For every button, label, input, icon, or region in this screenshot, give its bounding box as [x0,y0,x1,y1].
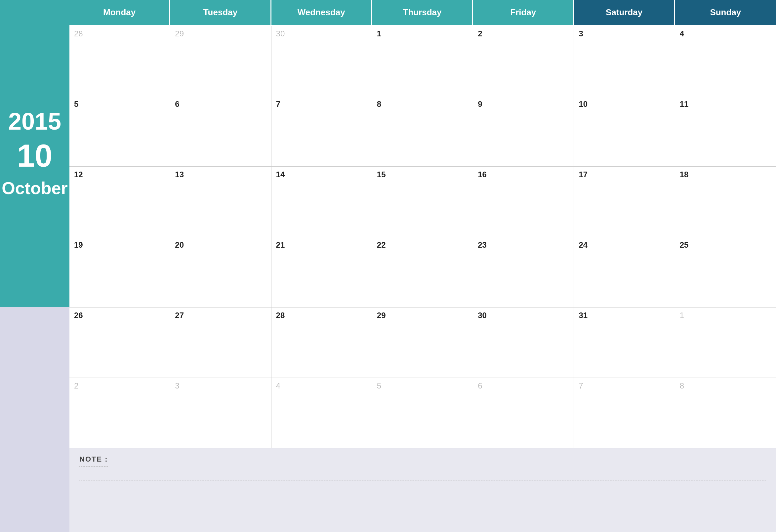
day-cell-w3-d6[interactable]: 25 [675,237,776,308]
day-number: 12 [74,170,165,179]
day-cell-w5-d5[interactable]: 7 [574,378,675,449]
day-number: 31 [579,311,670,320]
day-cell-w3-d3[interactable]: 22 [372,237,473,308]
day-number: 3 [579,29,670,38]
day-number: 28 [276,311,367,320]
day-cell-w5-d2[interactable]: 4 [271,378,372,449]
day-cell-w0-d3[interactable]: 1 [372,26,473,96]
day-number: 29 [175,29,266,38]
day-number: 22 [377,240,468,249]
day-cell-w0-d2[interactable]: 30 [271,26,372,96]
day-header-monday: Monday [69,0,170,26]
sidebar: 2015 10 October [0,0,69,532]
day-number: 9 [478,100,569,109]
day-cell-w0-d0[interactable]: 28 [69,26,170,96]
note-label: NOTE : [79,455,108,467]
day-cell-w3-d2[interactable]: 21 [271,237,372,308]
day-number: 13 [175,170,266,179]
sidebar-month-name: October [2,178,67,198]
day-header-friday: Friday [473,0,574,26]
sidebar-bottom [0,307,69,532]
note-line-3 [79,494,766,508]
day-number: 24 [579,240,670,249]
day-cell-w3-d0[interactable]: 19 [69,237,170,308]
day-cell-w1-d1[interactable]: 6 [170,96,271,167]
sidebar-year: 2015 [8,110,61,133]
day-cell-w2-d6[interactable]: 18 [675,167,776,237]
day-number: 16 [478,170,569,179]
day-number: 1 [377,29,468,38]
day-cell-w5-d1[interactable]: 3 [170,378,271,449]
day-cell-w5-d3[interactable]: 5 [372,378,473,449]
day-cell-w1-d3[interactable]: 8 [372,96,473,167]
day-cell-w1-d5[interactable]: 10 [574,96,675,167]
day-number: 10 [579,100,670,109]
calendar-main: MondayTuesdayWednesdayThursdayFridaySatu… [69,0,776,532]
day-number: 30 [478,311,569,320]
day-cell-w4-d3[interactable]: 29 [372,308,473,378]
day-number: 28 [74,29,165,38]
day-number: 20 [175,240,266,249]
note-line-1 [79,467,766,481]
day-number: 8 [377,100,468,109]
day-cell-w4-d1[interactable]: 27 [170,308,271,378]
day-number: 1 [680,311,771,320]
day-number: 23 [478,240,569,249]
day-number: 5 [74,100,165,109]
day-number: 11 [680,100,771,109]
day-number: 2 [478,29,569,38]
day-cell-w0-d5[interactable]: 3 [574,26,675,96]
day-cell-w2-d0[interactable]: 12 [69,167,170,237]
day-cell-w4-d6[interactable]: 1 [675,308,776,378]
day-number: 25 [680,240,771,249]
day-cell-w2-d2[interactable]: 14 [271,167,372,237]
day-cell-w5-d0[interactable]: 2 [69,378,170,449]
day-number: 3 [175,381,266,390]
day-cell-w4-d5[interactable]: 31 [574,308,675,378]
day-cell-w2-d4[interactable]: 16 [473,167,574,237]
calendar-grid: 2829301234567891011121314151617181920212… [69,26,776,449]
day-cell-w2-d3[interactable]: 15 [372,167,473,237]
day-number: 21 [276,240,367,249]
day-number: 19 [74,240,165,249]
day-cell-w4-d0[interactable]: 26 [69,308,170,378]
day-number: 17 [579,170,670,179]
day-number: 5 [377,381,468,390]
day-number: 15 [377,170,468,179]
day-cell-w3-d4[interactable]: 23 [473,237,574,308]
day-cell-w0-d4[interactable]: 2 [473,26,574,96]
day-number: 26 [74,311,165,320]
note-line-4 [79,508,766,522]
day-cell-w0-d1[interactable]: 29 [170,26,271,96]
notes-section: NOTE : [69,449,776,532]
day-cell-w4-d4[interactable]: 30 [473,308,574,378]
day-header-sunday: Sunday [675,0,776,26]
day-cell-w1-d6[interactable]: 11 [675,96,776,167]
day-cell-w1-d4[interactable]: 9 [473,96,574,167]
day-number: 6 [175,100,266,109]
day-cell-w3-d5[interactable]: 24 [574,237,675,308]
note-line-2 [79,481,766,494]
sidebar-month-number: 10 [17,140,52,172]
day-number: 2 [74,381,165,390]
day-cell-w1-d2[interactable]: 7 [271,96,372,167]
day-header-wednesday: Wednesday [271,0,372,26]
day-cell-w2-d5[interactable]: 17 [574,167,675,237]
calendar-wrapper: 2015 10 October MondayTuesdayWednesdayTh… [0,0,776,532]
day-cell-w4-d2[interactable]: 28 [271,308,372,378]
day-cell-w5-d4[interactable]: 6 [473,378,574,449]
day-cell-w0-d6[interactable]: 4 [675,26,776,96]
day-number: 14 [276,170,367,179]
day-cell-w5-d6[interactable]: 8 [675,378,776,449]
day-number: 7 [276,100,367,109]
day-number: 4 [276,381,367,390]
calendar-header: MondayTuesdayWednesdayThursdayFridaySatu… [69,0,776,26]
day-cell-w3-d1[interactable]: 20 [170,237,271,308]
day-number: 29 [377,311,468,320]
day-number: 7 [579,381,670,390]
day-cell-w1-d0[interactable]: 5 [69,96,170,167]
day-number: 30 [276,29,367,38]
day-cell-w2-d1[interactable]: 13 [170,167,271,237]
day-number: 27 [175,311,266,320]
day-number: 4 [680,29,771,38]
